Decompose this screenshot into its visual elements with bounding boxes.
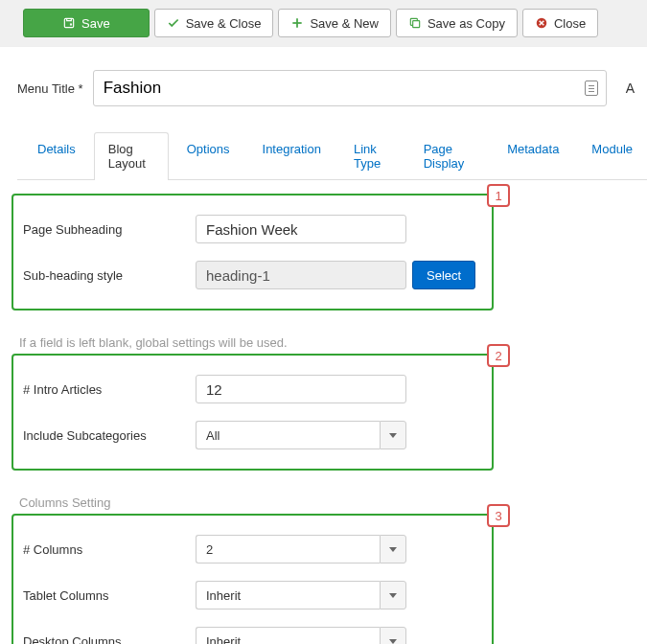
menu-title-input-wrap <box>93 70 607 106</box>
desktop-columns-value: Inherit <box>196 627 380 644</box>
section-2: 2 # Intro Articles Include Subcategories… <box>12 354 494 471</box>
page-subheading-input[interactable] <box>196 215 406 243</box>
toolbar: Save Save & Close Save & New Save as Cop… <box>0 0 647 47</box>
section-1: 1 Page Subheading Sub-heading style Sele… <box>12 194 494 310</box>
callout-2: 2 <box>487 344 510 367</box>
columns-setting-label: Columns Setting <box>19 495 647 510</box>
tab-details[interactable]: Details <box>23 132 90 180</box>
callout-1: 1 <box>487 184 510 207</box>
columns-value: 2 <box>196 535 380 564</box>
tabs: Details Blog Layout Options Integration … <box>17 131 647 180</box>
save-button[interactable]: Save <box>23 9 150 37</box>
tablet-columns-dropdown[interactable]: Inherit <box>196 581 406 610</box>
alias-indicator: A <box>626 80 635 96</box>
global-hint: If a field is left blank, global setting… <box>19 335 647 350</box>
check-icon <box>167 16 180 30</box>
content-area: Menu Title * A Details Blog Layout Optio… <box>0 47 647 644</box>
callout-3: 3 <box>487 504 510 527</box>
copy-icon <box>408 16 422 30</box>
desktop-columns-dropdown[interactable]: Inherit <box>196 627 406 644</box>
close-icon <box>535 16 548 30</box>
save-close-button[interactable]: Save & Close <box>154 9 274 37</box>
save-copy-label: Save as Copy <box>427 16 505 31</box>
tablet-columns-value: Inherit <box>196 581 380 610</box>
chevron-down-icon[interactable] <box>380 421 406 449</box>
chevron-down-icon[interactable] <box>380 627 406 644</box>
apply-icon <box>62 16 76 30</box>
intro-articles-label: # Intro Articles <box>17 382 196 397</box>
menu-title-row: Menu Title * A <box>17 70 647 106</box>
svg-rect-0 <box>64 18 73 27</box>
tab-page-display[interactable]: Page Display <box>409 132 490 180</box>
tab-blog-layout[interactable]: Blog Layout <box>94 132 169 180</box>
include-subcat-label: Include Subcategories <box>17 428 196 443</box>
include-subcat-value: All <box>196 421 380 449</box>
save-copy-button[interactable]: Save as Copy <box>396 9 518 37</box>
columns-label: # Columns <box>17 542 196 557</box>
svg-rect-3 <box>413 21 420 28</box>
tab-link-type[interactable]: Link Type <box>339 132 405 180</box>
tablet-columns-label: Tablet Columns <box>17 588 196 603</box>
save-button-label: Save <box>81 16 110 31</box>
subheading-style-label: Sub-heading style <box>17 268 196 283</box>
select-style-button[interactable]: Select <box>412 261 475 289</box>
keyboard-icon <box>585 80 598 96</box>
include-subcat-dropdown[interactable]: All <box>196 421 406 449</box>
menu-title-input[interactable] <box>104 71 596 105</box>
columns-dropdown[interactable]: 2 <box>196 535 406 564</box>
section-3: 3 # Columns 2 Tablet Columns Inherit Des… <box>12 514 494 644</box>
tab-module[interactable]: Module <box>577 132 647 180</box>
chevron-down-icon[interactable] <box>380 535 406 564</box>
chevron-down-icon[interactable] <box>380 581 406 610</box>
tab-options[interactable]: Options <box>173 132 244 180</box>
form-area: 1 Page Subheading Sub-heading style Sele… <box>17 180 647 644</box>
subheading-style-input <box>196 261 406 289</box>
intro-articles-input[interactable] <box>196 375 406 403</box>
page-subheading-label: Page Subheading <box>17 222 196 237</box>
desktop-columns-label: Desktop Columns <box>17 634 196 645</box>
tab-metadata[interactable]: Metadata <box>493 132 573 180</box>
close-label: Close <box>554 16 586 31</box>
close-button[interactable]: Close <box>522 9 598 37</box>
tab-integration[interactable]: Integration <box>248 132 335 180</box>
menu-title-label: Menu Title * <box>17 81 83 96</box>
plus-icon <box>290 16 304 30</box>
save-close-label: Save & Close <box>186 16 262 31</box>
save-new-label: Save & New <box>310 16 379 31</box>
save-new-button[interactable]: Save & New <box>278 9 391 37</box>
